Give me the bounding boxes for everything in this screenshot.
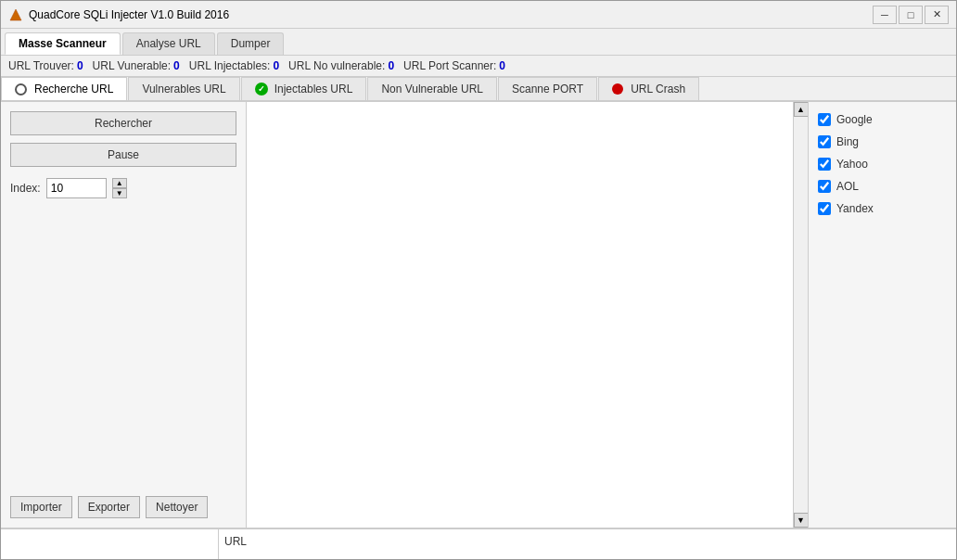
index-input[interactable] — [46, 178, 107, 198]
checkbox-google-input[interactable] — [818, 113, 831, 126]
scroll-down-arrow[interactable]: ▼ — [794, 513, 809, 528]
vertical-scrollbar[interactable]: ▲ ▼ — [793, 102, 808, 528]
subtab-recherche-url[interactable]: Recherche URL — [1, 77, 127, 100]
scroll-up-arrow[interactable]: ▲ — [794, 102, 809, 117]
spinner-up[interactable]: ▲ — [112, 178, 127, 188]
checkbox-yandex[interactable]: Yandex — [818, 202, 947, 215]
maximize-button[interactable]: □ — [899, 6, 923, 24]
main-tabs: Masse Scanneur Analyse URL Dumper — [1, 29, 956, 56]
checkbox-bing[interactable]: Bing — [818, 135, 947, 148]
subtab-non-vulnerable-url[interactable]: Non Vulnerable URL — [367, 77, 497, 100]
stats-bar: URL Trouver: 0 URL Vunerable: 0 URL Inje… — [1, 56, 956, 77]
subtab-scanne-port[interactable]: Scanne PORT — [498, 77, 597, 100]
content-area: Rechercher Pause Index: ▲ ▼ Importer Exp… — [1, 102, 956, 528]
checkbox-yandex-input[interactable] — [818, 202, 831, 215]
exporter-button[interactable]: Exporter — [78, 496, 140, 518]
sub-tabs: Recherche URL Vulnerables URL ✓ Injectab… — [1, 77, 956, 102]
bottom-right-panel: URL — [219, 529, 956, 560]
subtab-injectables-url[interactable]: ✓ Injectables URL — [241, 77, 367, 100]
subtab-url-crash[interactable]: URL Crash — [598, 77, 699, 100]
subtab-vulnerables-url[interactable]: Vulnerables URL — [128, 77, 239, 100]
middle-panel-wrapper: ▲ ▼ — [247, 102, 808, 528]
importer-button[interactable]: Importer — [10, 496, 72, 518]
pause-button[interactable]: Pause — [10, 143, 236, 167]
bottom-buttons: Importer Exporter Nettoyer — [10, 496, 236, 518]
scroll-thumb[interactable] — [795, 117, 808, 513]
index-label: Index: — [10, 182, 41, 195]
close-button[interactable]: ✕ — [925, 6, 949, 24]
left-panel: Rechercher Pause Index: ▲ ▼ Importer Exp… — [1, 102, 247, 528]
tab-dumper[interactable]: Dumper — [217, 32, 285, 55]
app-icon — [8, 7, 23, 22]
stat-url-no-vulnerable: URL No vulnerable: 0 — [288, 59, 394, 72]
checkbox-google[interactable]: Google — [818, 113, 947, 126]
svg-marker-0 — [10, 9, 21, 20]
tab-analyse-url[interactable]: Analyse URL — [122, 32, 215, 55]
nettoyer-button[interactable]: Nettoyer — [146, 496, 208, 518]
url-column-header: URL — [224, 533, 951, 550]
bottom-left-panel — [1, 529, 219, 560]
stat-url-vunerable: URL Vunerable: 0 — [93, 59, 180, 72]
middle-panel — [247, 102, 793, 528]
red-circle-icon — [612, 83, 623, 95]
tab-masse-scanneur[interactable]: Masse Scanneur — [5, 32, 121, 55]
checkbox-yahoo[interactable]: Yahoo — [818, 158, 947, 171]
index-spinner: ▲ ▼ — [112, 178, 127, 198]
checkbox-bing-input[interactable] — [818, 135, 831, 148]
right-panel: Google Bing Yahoo AOL Yandex — [808, 102, 956, 528]
minimize-button[interactable]: ─ — [873, 6, 897, 24]
rechercher-button[interactable]: Rechercher — [10, 111, 236, 135]
stat-url-port-scanner: URL Port Scanner: 0 — [403, 59, 505, 72]
checkbox-aol[interactable]: AOL — [818, 180, 947, 193]
bottom-section: URL — [1, 528, 956, 560]
index-row: Index: ▲ ▼ — [10, 178, 236, 198]
window-controls: ─ □ ✕ — [873, 6, 949, 24]
title-bar-text: QuadCore SQLi Injecter V1.0 Build 2016 — [29, 8, 873, 21]
title-bar: QuadCore SQLi Injecter V1.0 Build 2016 ─… — [1, 1, 956, 29]
search-icon — [15, 83, 27, 95]
green-check-icon: ✓ — [255, 83, 268, 95]
spinner-down[interactable]: ▼ — [112, 188, 127, 198]
stat-url-injectables: URL Injectables: 0 — [189, 59, 279, 72]
checkbox-yahoo-input[interactable] — [818, 158, 831, 171]
stat-url-trouver: URL Trouver: 0 — [8, 59, 83, 72]
checkbox-aol-input[interactable] — [818, 180, 831, 193]
